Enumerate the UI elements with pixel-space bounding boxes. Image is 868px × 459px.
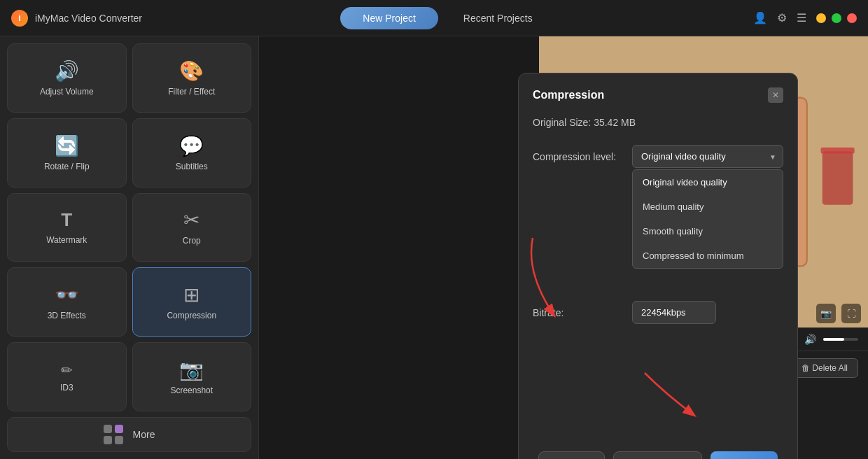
- 3d-effects-label: 3D Effects: [48, 311, 86, 320]
- nav-tabs: New Project Recent Projects: [340, 7, 554, 29]
- sidebar-item-crop[interactable]: ✂ Crop: [132, 193, 252, 262]
- compression-level-label: Compression level:: [533, 151, 624, 162]
- compression-level-row: Compression level: Original video qualit…: [533, 145, 783, 168]
- sidebar-item-rotate-flip[interactable]: 🔄 Rotate / Flip: [7, 118, 127, 188]
- apply-arrow-annotation: [631, 366, 715, 422]
- tools-sidebar: 🔊 Adjust Volume 🎨 Filter / Effect 🔄 Rota…: [0, 36, 259, 459]
- svg-rect-20: [822, 151, 853, 205]
- main-layout: 🔊 Adjust Volume 🎨 Filter / Effect 🔄 Rota…: [0, 36, 868, 459]
- original-size-label: Original Size:: [533, 117, 591, 128]
- adjust-volume-label: Adjust Volume: [40, 87, 94, 97]
- subtitles-label: Subtitles: [176, 162, 208, 171]
- sidebar-item-id3[interactable]: ✏ ID3: [7, 342, 127, 411]
- maximize-button[interactable]: [832, 13, 841, 23]
- compression-dropdown-menu: Original video quality Medium quality Sm…: [632, 169, 783, 269]
- sidebar-item-compression[interactable]: ⊞ Compression: [132, 267, 252, 337]
- more-label: More: [133, 429, 155, 440]
- 3d-effects-icon: 👓: [55, 283, 79, 306]
- subtitles-icon: 💬: [179, 134, 204, 157]
- dropdown-option-original[interactable]: Original video quality: [633, 170, 783, 195]
- dialog-header: Compression ✕: [533, 87, 783, 103]
- apply-to-all-button[interactable]: Apply to All: [613, 451, 702, 459]
- compression-level-wrapper: Original video quality ▼ Original video …: [632, 145, 783, 168]
- rotate-flip-label: Rotate / Flip: [44, 162, 90, 171]
- close-button[interactable]: [847, 13, 857, 23]
- dialog-footer: Reset Apply to All Save: [533, 451, 783, 459]
- compression-icon: ⊞: [183, 283, 200, 306]
- menu-icon[interactable]: ☰: [797, 11, 806, 24]
- recent-projects-tab[interactable]: Recent Projects: [441, 7, 555, 29]
- app-logo: i: [11, 10, 28, 27]
- bitrate-input[interactable]: [632, 301, 716, 324]
- sidebar-item-watermark[interactable]: T Watermark: [7, 193, 127, 262]
- dot2: [115, 425, 123, 433]
- filter-effect-label: Filter / Effect: [168, 87, 215, 97]
- fullscreen-button[interactable]: ⛶: [841, 304, 861, 323]
- sidebar-item-filter-effect[interactable]: 🎨 Filter / Effect: [132, 43, 252, 113]
- window-controls: [816, 13, 857, 23]
- sidebar-item-3d-effects[interactable]: 👓 3D Effects: [7, 267, 127, 337]
- dropdown-option-smooth[interactable]: Smooth quality: [633, 219, 783, 243]
- app-title: iMyMac Video Converter: [35, 13, 142, 24]
- original-size-info: Original Size: 35.42 MB: [533, 117, 783, 128]
- minimize-button[interactable]: [816, 13, 826, 23]
- sidebar-item-subtitles[interactable]: 💬 Subtitles: [132, 118, 252, 188]
- volume-icon[interactable]: 🔊: [804, 334, 816, 345]
- compression-dialog: Compression ✕ Original Size: 35.42 MB Co…: [518, 73, 798, 459]
- sidebar-item-more[interactable]: More: [7, 417, 251, 452]
- save-button[interactable]: Save: [710, 451, 778, 459]
- sidebar-item-adjust-volume[interactable]: 🔊 Adjust Volume: [7, 43, 127, 113]
- crop-label: Crop: [183, 236, 201, 246]
- compression-level-select[interactable]: Original video quality: [632, 145, 783, 168]
- dot1: [104, 425, 112, 433]
- original-size-value: 35.42 MB: [594, 117, 636, 128]
- volume-track[interactable]: [823, 338, 858, 341]
- title-bar: i iMyMac Video Converter New Project Rec…: [0, 0, 868, 36]
- dialog-close-button[interactable]: ✕: [768, 87, 783, 103]
- screenshot-label: Screenshot: [170, 386, 213, 395]
- user-icon[interactable]: 👤: [753, 11, 767, 24]
- id3-icon: ✏: [61, 362, 73, 379]
- video-overlay-controls: 📷 ⛶: [809, 299, 868, 327]
- id3-label: ID3: [60, 383, 74, 393]
- more-dots-icon: [104, 425, 123, 444]
- dropdown-option-medium[interactable]: Medium quality: [633, 195, 783, 219]
- watermark-label: Watermark: [46, 235, 87, 245]
- bitrate-row: Bitrate:: [533, 301, 783, 324]
- watermark-icon: T: [61, 209, 72, 231]
- svg-rect-21: [820, 148, 854, 154]
- rotate-flip-icon: 🔄: [55, 134, 79, 157]
- dropdown-option-compressed[interactable]: Compressed to minimum: [633, 243, 783, 268]
- delete-all-button[interactable]: 🗑 Delete All: [791, 358, 858, 378]
- new-project-tab[interactable]: New Project: [340, 7, 438, 29]
- dialog-title: Compression: [533, 89, 604, 101]
- sidebar-item-screenshot[interactable]: 📷 Screenshot: [132, 342, 252, 411]
- title-bar-left: i iMyMac Video Converter: [11, 10, 142, 27]
- camera-screenshot-button[interactable]: 📷: [816, 304, 836, 323]
- adjust-volume-icon: 🔊: [55, 59, 79, 83]
- dot4: [115, 436, 123, 444]
- reset-button[interactable]: Reset: [538, 451, 605, 459]
- crop-icon: ✂: [183, 209, 200, 232]
- compression-label: Compression: [167, 311, 216, 320]
- dot3: [104, 436, 112, 444]
- screenshot-icon: 📷: [179, 358, 204, 381]
- settings-icon[interactable]: ⚙: [777, 11, 787, 24]
- bitrate-label: Bitrate:: [533, 307, 624, 318]
- title-bar-right: 👤 ⚙ ☰: [753, 11, 857, 24]
- filter-effect-icon: 🎨: [179, 59, 204, 83]
- volume-fill: [823, 338, 844, 341]
